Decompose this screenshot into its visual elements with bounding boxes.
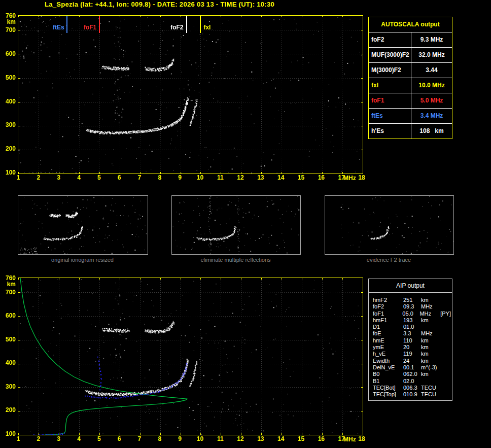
aip-row-note bbox=[442, 303, 451, 310]
aip-row: foE3.3MHz bbox=[373, 330, 451, 337]
thumbnail-evidence-f2-trace bbox=[325, 195, 454, 255]
aip-row-unit: km bbox=[421, 351, 442, 357]
aip-row-note bbox=[442, 317, 451, 324]
aip-row: B0062.0km bbox=[373, 371, 451, 377]
x-tick-label: 1 bbox=[12, 175, 25, 181]
aip-output-panel: AIP outputhmF2251kmfoF209.3MHzfoF105.0MH… bbox=[368, 279, 452, 401]
thumbnail-eliminate-reflections bbox=[171, 195, 301, 255]
aip-row-note bbox=[442, 391, 451, 398]
aip-row: TEC[Top]010.9TECU bbox=[373, 391, 451, 398]
x-tick-label: 8 bbox=[153, 436, 166, 442]
y-tick-label: 600 bbox=[0, 312, 16, 319]
autoscala-row-label: fxI bbox=[369, 78, 411, 93]
x-tick-label: 15 bbox=[295, 436, 308, 442]
aip-row-note bbox=[442, 344, 451, 351]
aip-row: h_vE119km bbox=[373, 351, 451, 357]
aip-row-value: 00.1 bbox=[403, 364, 421, 371]
aip-row-value: 193 bbox=[403, 317, 421, 324]
x-tick-label: 18 bbox=[355, 436, 368, 442]
aip-row-label: B0 bbox=[373, 371, 403, 377]
autoscala-table-row: MUF(3000)F232.0 MHz bbox=[369, 48, 452, 63]
aip-row-unit: km bbox=[421, 297, 442, 303]
x-tick-label: 7 bbox=[133, 436, 146, 442]
x-axis-unit: MHz bbox=[343, 175, 356, 182]
aip-row: ymE20km bbox=[373, 344, 451, 351]
aip-row-unit: km bbox=[421, 358, 442, 364]
autoscala-row-label: foF2 bbox=[369, 32, 411, 47]
aip-row-unit bbox=[421, 324, 442, 330]
thumbnail-eliminate-reflections-canvas bbox=[172, 196, 300, 254]
aip-row-label: B1 bbox=[373, 378, 403, 385]
aip-row-unit: m^(-3) bbox=[421, 364, 442, 371]
y-tick-label: 200 bbox=[0, 145, 16, 152]
x-tick-label: 3 bbox=[52, 175, 65, 181]
autoscala-row-label: foF1 bbox=[369, 93, 411, 108]
autoscala-row-label: M(3000)F2 bbox=[369, 63, 411, 78]
aip-row-note bbox=[442, 378, 451, 385]
aip-row-label: D1 bbox=[373, 324, 403, 330]
aip-row-value: 010.9 bbox=[403, 391, 421, 398]
autoscala-row-value: 3.4 MHz bbox=[411, 109, 452, 123]
thumbnail-caption-reflections: eliminate multiple reflections bbox=[171, 257, 300, 263]
aip-row-note bbox=[442, 351, 451, 357]
autoscala-row-value: 5.0 MHz bbox=[411, 93, 452, 108]
y-tick-label: 300 bbox=[0, 121, 16, 128]
aip-row-label: hmF2 bbox=[373, 297, 403, 303]
aip-row-unit: MHz bbox=[421, 330, 442, 337]
aip-row-label: hmE bbox=[373, 337, 403, 344]
autoscala-table-row: foF29.3 MHz bbox=[369, 32, 452, 48]
aip-row-note bbox=[442, 371, 451, 377]
marker-label-fof1: foF1 bbox=[84, 24, 96, 31]
autoscala-table-row: h'Es108 km bbox=[369, 124, 452, 139]
y-tick-label: 400 bbox=[0, 98, 16, 105]
bottom-ionogram-canvas bbox=[18, 278, 363, 435]
autoscala-screen: La_Spezia (lat: +44.1, lon: 009.8) - DAT… bbox=[0, 0, 491, 448]
aip-row: hmE110km bbox=[373, 337, 451, 344]
aip-row: hmF1193km bbox=[373, 317, 451, 324]
marker-label-fof2: foF2 bbox=[170, 24, 183, 31]
y-axis-unit: km bbox=[0, 281, 16, 288]
x-tick-label: 5 bbox=[92, 175, 106, 181]
y-axis-unit: km bbox=[0, 19, 16, 25]
aip-row: Ewidth24km bbox=[373, 358, 451, 364]
aip-row-label: foF1 bbox=[373, 311, 402, 317]
autoscala-row-value: 32.0 MHz bbox=[411, 48, 452, 62]
aip-row-value: 05.0 bbox=[402, 311, 419, 317]
x-tick-label: 9 bbox=[173, 175, 187, 181]
marker-label-ftes: ftEs bbox=[53, 24, 64, 31]
y-tick-label: 700 bbox=[0, 289, 16, 296]
aip-row-note bbox=[442, 337, 451, 344]
x-tick-label: 14 bbox=[274, 436, 288, 442]
autoscala-row-value: 3.44 bbox=[411, 63, 452, 78]
top-ionogram-plot bbox=[18, 15, 363, 174]
x-tick-label: 14 bbox=[274, 175, 288, 181]
aip-row-unit: TECU bbox=[421, 391, 442, 398]
thumbnail-caption-f2-trace: evidence F2 trace bbox=[325, 257, 453, 263]
y-tick-label: 300 bbox=[0, 383, 16, 390]
y-tick-label: 500 bbox=[0, 74, 16, 81]
thumbnail-original-ionogram bbox=[18, 195, 148, 255]
aip-row-note bbox=[442, 358, 451, 364]
aip-row-label: TEC[Bot] bbox=[373, 385, 403, 391]
x-tick-label: 13 bbox=[254, 175, 267, 181]
x-axis-unit: MHz bbox=[343, 436, 356, 443]
aip-row-note bbox=[442, 297, 451, 303]
autoscala-table-row: ftEs3.4 MHz bbox=[369, 109, 452, 124]
aip-row-label: foE bbox=[373, 330, 403, 337]
aip-row-unit: MHz bbox=[421, 303, 442, 310]
aip-row-note: [PY] bbox=[440, 311, 451, 317]
x-tick-label: 12 bbox=[234, 436, 247, 442]
aip-row: D101.0 bbox=[373, 324, 451, 330]
x-tick-label: 1 bbox=[12, 436, 25, 442]
autoscala-row-label: MUF(3000)F2 bbox=[369, 48, 411, 62]
aip-row-note bbox=[442, 330, 451, 337]
aip-row-value: 3.3 bbox=[403, 330, 421, 337]
x-tick-label: 2 bbox=[32, 436, 45, 442]
autoscala-output-table: AUTOSCALA outputfoF29.3 MHzMUF(3000)F232… bbox=[368, 17, 452, 139]
x-tick-label: 4 bbox=[72, 175, 85, 181]
x-tick-label: 2 bbox=[32, 175, 45, 181]
x-tick-label: 13 bbox=[254, 436, 267, 442]
aip-row-note bbox=[442, 385, 451, 391]
aip-row: TEC[Bot]006.3TECU bbox=[373, 385, 451, 391]
x-tick-label: 10 bbox=[193, 175, 206, 181]
